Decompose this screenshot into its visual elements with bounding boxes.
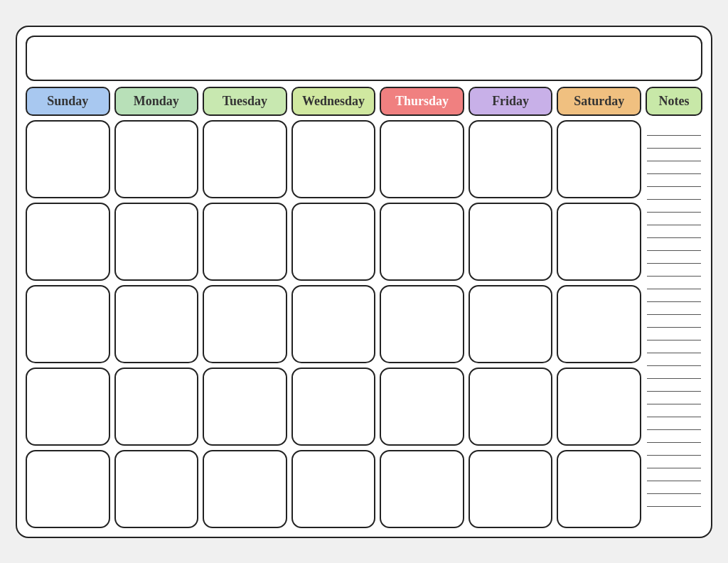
day-cell[interactable] [291, 203, 376, 281]
note-line [647, 302, 701, 315]
day-cell[interactable] [380, 203, 464, 281]
note-line [647, 468, 701, 481]
day-cell[interactable] [291, 450, 376, 528]
note-line [647, 136, 701, 149]
day-cell[interactable] [114, 120, 199, 198]
note-line [647, 264, 701, 277]
note-line [647, 225, 701, 238]
header-saturday: Saturday [557, 87, 641, 116]
day-cell[interactable] [557, 120, 641, 198]
note-line [647, 404, 701, 417]
day-cell[interactable] [557, 450, 641, 528]
day-cell[interactable] [291, 368, 376, 446]
title-bar[interactable] [26, 36, 702, 81]
calendar-body: Sunday Monday Tuesday Wednesday Thursday… [26, 87, 702, 528]
day-cell[interactable] [26, 450, 110, 528]
note-line [647, 315, 701, 328]
day-cell[interactable] [26, 120, 110, 198]
day-cell[interactable] [469, 285, 553, 363]
calendar-grid [26, 120, 641, 528]
note-line [647, 174, 701, 187]
header-monday: Monday [114, 87, 199, 116]
header-thursday: Thursday [380, 87, 464, 116]
day-cell[interactable] [26, 203, 110, 281]
day-cell[interactable] [469, 203, 553, 281]
day-cell[interactable] [114, 450, 199, 528]
notes-section: Notes [646, 87, 702, 528]
note-line [647, 200, 701, 213]
day-cell[interactable] [380, 120, 464, 198]
day-cell[interactable] [114, 203, 199, 281]
day-cell[interactable] [203, 368, 287, 446]
day-cell[interactable] [291, 285, 376, 363]
day-cell[interactable] [557, 368, 641, 446]
day-cell[interactable] [203, 285, 287, 363]
day-cell[interactable] [469, 120, 553, 198]
days-section: Sunday Monday Tuesday Wednesday Thursday… [26, 87, 641, 528]
calendar: Sunday Monday Tuesday Wednesday Thursday… [16, 26, 712, 538]
day-cell[interactable] [380, 450, 464, 528]
day-headers: Sunday Monday Tuesday Wednesday Thursday… [26, 87, 641, 116]
note-line [647, 353, 701, 366]
note-line [647, 289, 701, 302]
day-cell[interactable] [557, 285, 641, 363]
day-cell[interactable] [203, 450, 287, 528]
header-tuesday: Tuesday [203, 87, 287, 116]
day-cell[interactable] [469, 368, 553, 446]
note-line [647, 277, 701, 289]
note-line [647, 430, 701, 443]
note-line [647, 149, 701, 161]
note-line [647, 494, 701, 507]
day-cell[interactable] [380, 368, 464, 446]
day-cell[interactable] [26, 368, 110, 446]
note-line [647, 443, 701, 456]
notes-lines [646, 120, 702, 528]
day-cell[interactable] [114, 285, 199, 363]
note-line [647, 379, 701, 392]
day-cell[interactable] [469, 450, 553, 528]
note-line [647, 251, 701, 264]
notes-header: Notes [646, 87, 702, 116]
header-sunday: Sunday [26, 87, 110, 116]
header-friday: Friday [469, 87, 553, 116]
note-line [647, 328, 701, 341]
note-line [647, 238, 701, 251]
note-line [647, 392, 701, 404]
day-cell[interactable] [291, 120, 376, 198]
note-line [647, 456, 701, 468]
note-line [647, 417, 701, 430]
day-cell[interactable] [26, 285, 110, 363]
day-cell[interactable] [203, 120, 287, 198]
note-line [647, 187, 701, 200]
note-line [647, 123, 701, 136]
day-cell[interactable] [114, 368, 199, 446]
note-line [647, 213, 701, 225]
note-line [647, 341, 701, 353]
header-wednesday: Wednesday [291, 87, 376, 116]
day-cell[interactable] [203, 203, 287, 281]
day-cell[interactable] [557, 203, 641, 281]
note-line [647, 366, 701, 379]
day-cell[interactable] [380, 285, 464, 363]
note-line [647, 481, 701, 494]
note-line [647, 161, 701, 174]
